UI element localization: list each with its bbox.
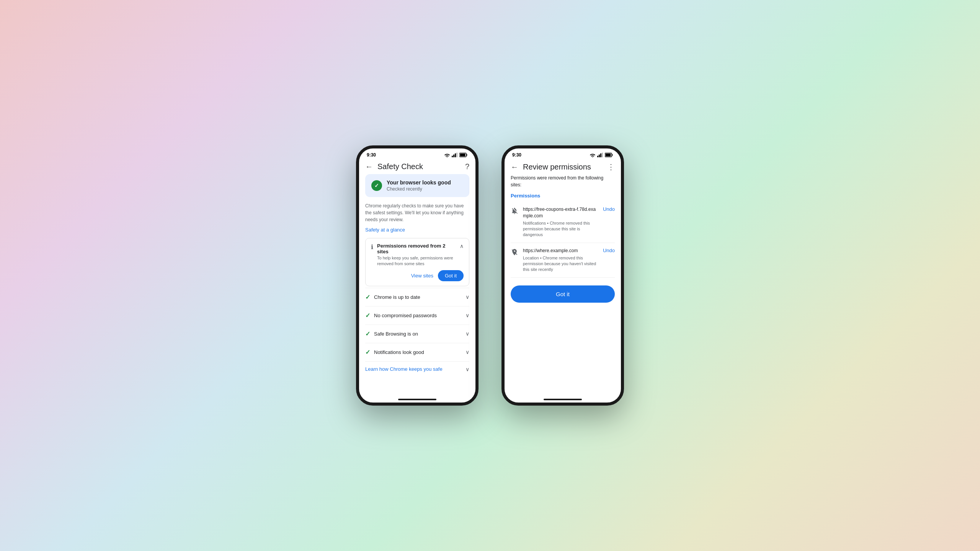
signal-icon-2 [597,153,603,157]
svg-rect-3 [455,153,456,157]
check-item-safebrowsing[interactable]: ✓ Safe Browsing is on ∨ [365,324,469,343]
svg-point-0 [447,157,448,158]
good-banner: Your browser looks good Checked recently [365,174,469,197]
check-item-passwords[interactable]: ✓ No compromised passwords ∨ [365,306,469,324]
svg-rect-15 [606,154,611,156]
safety-check-screen: 9:30 [359,148,475,403]
permissions-card-header: ℹ Permissions removed from 2 sites To he… [371,243,464,267]
svg-rect-7 [460,154,466,156]
permissions-title: Permissions removed from 2 sites [377,243,456,254]
check-circle-icon [371,180,382,191]
got-it-button[interactable]: Got it [438,270,464,281]
check-icon-update: ✓ [365,293,370,301]
home-indicator-2 [505,395,621,403]
review-permissions-screen: 9:30 [505,148,621,403]
check-icon-notifications: ✓ [365,349,370,356]
chevron-down-safebrowsing: ∨ [466,331,469,337]
svg-rect-6 [467,154,467,156]
check-label-safebrowsing: Safe Browsing is on [374,331,462,337]
chevron-down-passwords: ∨ [466,312,469,318]
battery-icon-2 [605,153,613,157]
banner-subtitle: Checked recently [387,186,451,192]
check-label-passwords: No compromised passwords [374,313,462,318]
learn-more-row[interactable]: Learn how Chrome keeps you safe ∨ [365,361,469,377]
status-time: 9:30 [367,152,376,158]
check-item-notifications[interactable]: ✓ Notifications look good ∨ [365,343,469,361]
chevron-down-update: ∨ [466,294,469,300]
check-label-update: Chrome is up to date [374,294,462,300]
page-title-2: Review permissions [523,163,603,171]
undo-button-1[interactable]: Undo [603,248,615,253]
check-item-update[interactable]: ✓ Chrome is up to date ∨ [365,288,469,306]
chevron-down-notifications: ∨ [466,349,469,355]
check-label-notifications: Notifications look good [374,349,462,355]
site-url-1: https://where.example.com [523,248,599,254]
svg-rect-10 [599,155,600,157]
check-icon-passwords: ✓ [365,312,370,319]
check-list: ✓ Chrome is up to date ∨ ✓ No compromise… [365,288,469,361]
wifi-icon-2 [590,153,596,157]
page-title: Safety Check [377,162,461,171]
phone-safety-check: 9:30 [356,145,479,406]
permissions-card: ℹ Permissions removed from 2 sites To he… [365,238,469,286]
got-it-bottom-button[interactable]: Got it [511,285,615,303]
svg-rect-9 [597,156,598,157]
site-desc-1: Location • Chrome removed this permissio… [523,255,599,273]
undo-button-0[interactable]: Undo [603,206,615,212]
svg-rect-4 [456,153,457,157]
help-button[interactable]: ? [465,162,469,171]
check-icon-safebrowsing: ✓ [365,330,370,337]
permissions-subtitle: To help keep you safe, permissions were … [377,255,456,267]
site-url-0: https://free-coupons-extra-f.78d.example… [523,206,599,219]
status-icons [444,153,468,157]
screen-content: Your browser looks good Checked recently… [359,174,475,395]
learn-more-link[interactable]: Learn how Chrome keeps you safe [365,366,466,372]
top-bar: ← Safety Check ? [359,159,475,174]
collapse-icon[interactable]: ∧ [460,243,464,249]
permissions-actions: View sites Got it [371,270,464,281]
status-bar: 9:30 [359,148,475,159]
home-bar-2 [544,399,582,400]
chevron-down-learn: ∨ [466,366,469,372]
site-desc-0: Notifications • Chrome removed this perm… [523,220,599,238]
safety-at-glance-link[interactable]: Safety at a glance [365,227,469,233]
banner-text: Your browser looks good Checked recently [387,179,451,192]
svg-rect-12 [602,153,603,157]
status-bar-2: 9:30 [505,148,621,159]
svg-rect-1 [452,156,453,157]
permissions-header-text: Permissions were removed from the follow… [511,174,615,188]
menu-button-2[interactable]: ⋮ [607,162,615,171]
screen-content-2: Permissions were removed from the follow… [505,174,621,395]
site-details-1: https://where.example.com Location • Chr… [523,248,599,273]
home-indicator [359,395,475,403]
svg-rect-14 [612,154,613,156]
svg-point-8 [592,157,593,158]
status-icons-2 [590,153,613,157]
top-bar-2: ← Review permissions ⋮ [505,159,621,174]
permissions-section-label: Permissions [511,193,615,199]
svg-rect-2 [453,155,454,157]
home-bar [398,399,436,400]
permissions-text: Permissions removed from 2 sites To help… [377,243,456,267]
battery-icon [459,153,468,157]
svg-rect-11 [600,153,601,157]
info-icon: ℹ [371,243,373,251]
notification-off-icon-0 [511,207,519,215]
description-text: Chrome regularly checks to make sure you… [365,202,469,223]
location-off-icon-1 [511,248,519,257]
view-sites-link[interactable]: View sites [411,273,433,279]
back-button-2[interactable]: ← [511,163,518,171]
site-item-1: https://where.example.com Location • Chr… [511,243,615,278]
site-item-0: https://free-coupons-extra-f.78d.example… [511,202,615,243]
banner-title: Your browser looks good [387,179,451,186]
site-details-0: https://free-coupons-extra-f.78d.example… [523,206,599,238]
back-button[interactable]: ← [365,162,373,171]
phone-review-permissions: 9:30 [501,145,624,406]
signal-icon [452,153,458,157]
wifi-icon [444,153,450,157]
status-time-2: 9:30 [512,152,521,158]
